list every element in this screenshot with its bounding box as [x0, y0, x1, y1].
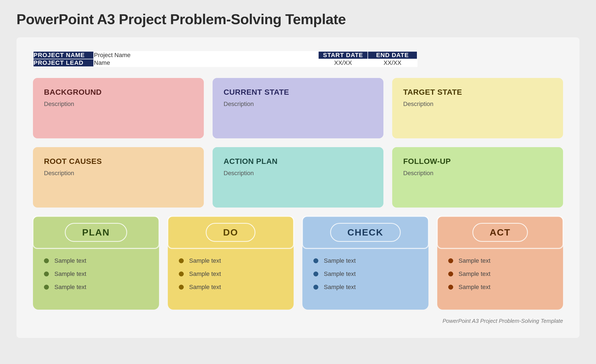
bullet-icon: [313, 285, 318, 290]
pdca-check-body: Sample text Sample text Sample text: [302, 249, 428, 299]
page-title: PowerPoint A3 Project Problem-Solving Te…: [16, 11, 580, 27]
project-name-label: PROJECT NAME: [33, 51, 94, 59]
card-background: BACKGROUND Description: [33, 78, 204, 138]
list-item: Sample text: [313, 257, 417, 264]
pdca-do-body: Sample text Sample text Sample text: [168, 249, 294, 299]
bullet-icon: [448, 271, 453, 276]
project-name-value: Project Name: [94, 51, 318, 59]
pdca-check-title: CHECK: [330, 223, 401, 242]
action-plan-title: ACTION PLAN: [224, 157, 372, 166]
project-lead-value: Name: [94, 59, 318, 67]
pdca-check-item-3: Sample text: [324, 284, 356, 291]
list-item: Sample text: [313, 270, 417, 278]
bullet-icon: [313, 271, 318, 276]
list-item: Sample text: [448, 270, 552, 278]
card-follow-up: FOLLOW-UP Description: [392, 147, 563, 208]
follow-up-title: FOLLOW-UP: [403, 157, 552, 166]
pdca-do-item-1: Sample text: [189, 257, 221, 264]
action-plan-description: Description: [224, 170, 372, 177]
card-action-plan: ACTION PLAN Description: [213, 147, 383, 208]
pdca-do-header: DO: [167, 216, 294, 249]
current-state-description: Description: [224, 100, 372, 108]
pdca-check-header: CHECK: [302, 216, 429, 249]
pdca-act-item-1: Sample text: [459, 257, 491, 264]
bullet-icon: [448, 258, 453, 263]
pdca-check-card: CHECK Sample text Sample text Sample tex…: [302, 216, 428, 310]
card-root-causes: ROOT CAUSES Description: [33, 147, 204, 208]
pdca-act-card: ACT Sample text Sample text Sample text: [437, 216, 563, 310]
pdca-plan-item-1: Sample text: [54, 257, 86, 264]
bullet-icon: [44, 271, 49, 276]
pdca-plan-card: PLAN Sample text Sample text Sample text: [33, 216, 159, 310]
project-lead-label: PROJECT LEAD: [33, 59, 94, 67]
bullet-icon: [179, 258, 184, 263]
bullet-icon: [448, 285, 453, 290]
footer-text: PowerPoint A3 Project Problem-Solving Te…: [33, 318, 563, 324]
pdca-do-item-3: Sample text: [189, 284, 221, 291]
bullet-icon: [179, 271, 184, 276]
list-item: Sample text: [448, 257, 552, 264]
pdca-do-item-2: Sample text: [189, 270, 221, 278]
start-date-value: XX/XX: [318, 59, 368, 67]
list-item: Sample text: [44, 257, 148, 264]
section-row-1: BACKGROUND Description CURRENT STATE Des…: [33, 78, 563, 138]
pdca-act-title: ACT: [472, 223, 528, 242]
background-description: Description: [44, 100, 193, 108]
pdca-check-item-1: Sample text: [324, 257, 356, 264]
end-date-value: XX/XX: [368, 59, 417, 67]
pdca-act-item-3: Sample text: [459, 284, 491, 291]
page: PowerPoint A3 Project Problem-Solving Te…: [0, 0, 596, 364]
pdca-check-item-2: Sample text: [324, 270, 356, 278]
pdca-act-body: Sample text Sample text Sample text: [437, 249, 563, 299]
follow-up-description: Description: [403, 170, 552, 177]
bullet-icon: [44, 258, 49, 263]
pdca-do-title: DO: [206, 223, 255, 242]
list-item: Sample text: [313, 284, 417, 291]
target-state-description: Description: [403, 100, 552, 108]
list-item: Sample text: [179, 257, 283, 264]
pdca-act-item-2: Sample text: [459, 270, 491, 278]
list-item: Sample text: [44, 270, 148, 278]
card-target-state: TARGET STATE Description: [392, 78, 563, 138]
pdca-act-header: ACT: [437, 216, 564, 249]
root-causes-description: Description: [44, 170, 193, 177]
list-item: Sample text: [179, 270, 283, 278]
end-date-label: END DATE: [368, 51, 417, 59]
pdca-plan-item-2: Sample text: [54, 270, 86, 278]
bullet-icon: [179, 285, 184, 290]
list-item: Sample text: [179, 284, 283, 291]
pdca-plan-item-3: Sample text: [54, 284, 86, 291]
bullet-icon: [313, 258, 318, 263]
target-state-title: TARGET STATE: [403, 88, 552, 97]
list-item: Sample text: [448, 284, 552, 291]
bullet-icon: [44, 285, 49, 290]
root-causes-title: ROOT CAUSES: [44, 157, 193, 166]
pdca-row: PLAN Sample text Sample text Sample text: [33, 216, 563, 310]
content-area: PROJECT NAME Project Name START DATE END…: [16, 37, 580, 338]
pdca-plan-title: PLAN: [65, 223, 127, 242]
list-item: Sample text: [44, 284, 148, 291]
card-current-state: CURRENT STATE Description: [213, 78, 383, 138]
pdca-plan-header: PLAN: [32, 216, 160, 249]
start-date-label: START DATE: [318, 51, 368, 59]
project-info-table: PROJECT NAME Project Name START DATE END…: [33, 51, 417, 67]
background-title: BACKGROUND: [44, 88, 193, 97]
pdca-plan-body: Sample text Sample text Sample text: [33, 249, 159, 299]
current-state-title: CURRENT STATE: [224, 88, 372, 97]
section-row-2: ROOT CAUSES Description ACTION PLAN Desc…: [33, 147, 563, 208]
pdca-do-card: DO Sample text Sample text Sample text: [168, 216, 294, 310]
